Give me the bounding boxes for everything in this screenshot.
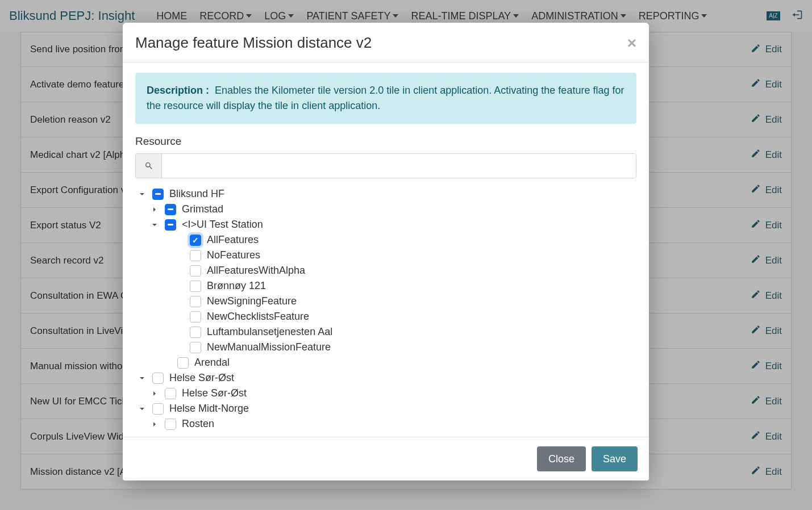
- checkbox[interactable]: [190, 281, 201, 292]
- tree-node-newsign[interactable]: NewSigningFeature: [175, 294, 636, 309]
- tree-node-label: NewManualMissionFeature: [207, 341, 331, 353]
- tree-node-label: Arendal: [194, 357, 230, 369]
- tree-node-label: AllFeaturesWithAlpha: [207, 265, 305, 277]
- modal-header: Manage feature Mission distance v2 ×: [123, 23, 649, 62]
- checkbox[interactable]: [165, 388, 176, 399]
- tree-node-rosten[interactable]: Rosten: [150, 416, 636, 432]
- tree-node-hso2[interactable]: Helse Sør-Øst: [150, 386, 636, 401]
- resource-search: [135, 153, 636, 178]
- tree-node-allfeat[interactable]: AllFeatures: [175, 232, 636, 248]
- chevron-right-icon[interactable]: [150, 205, 159, 214]
- checkbox[interactable]: [190, 296, 201, 307]
- chevron-down-icon[interactable]: [138, 404, 147, 413]
- search-input[interactable]: [162, 154, 636, 178]
- tree-node-bronnoy[interactable]: Brønnøy 121: [175, 278, 636, 294]
- checkbox[interactable]: [190, 311, 201, 323]
- tree-node-hmn[interactable]: Helse Midt-Norge: [138, 401, 636, 416]
- chevron-down-icon[interactable]: [138, 190, 147, 199]
- tree-node-label: NewSigningFeature: [207, 295, 297, 307]
- checkbox[interactable]: [190, 235, 201, 246]
- tree-node-label: Grimstad: [182, 203, 223, 215]
- save-button[interactable]: Save: [592, 446, 638, 471]
- chevron-right-icon[interactable]: [150, 420, 159, 429]
- modal-title: Manage feature Mission distance v2: [135, 34, 372, 52]
- checkbox[interactable]: [165, 419, 176, 430]
- resource-tree: Bliksund HFGrimstad<I>UI Test StationAll…: [135, 186, 636, 432]
- search-icon: [136, 154, 162, 178]
- checkbox[interactable]: [190, 250, 201, 261]
- tree-node-grimstad[interactable]: Grimstad: [150, 202, 636, 217]
- checkbox[interactable]: [152, 189, 164, 200]
- checkbox[interactable]: [152, 373, 164, 384]
- tree-node-newmanual[interactable]: NewManualMissionFeature: [175, 340, 636, 355]
- checkbox[interactable]: [190, 342, 201, 353]
- modal-body: Description : Enables the Kilometer tile…: [123, 62, 649, 437]
- tree-node-label: NoFeatures: [207, 249, 260, 261]
- tree-node-label: Luftambulansetjenesten Aal: [207, 326, 332, 338]
- description-label: Description :: [147, 85, 209, 96]
- tree-node-allalpha[interactable]: AllFeaturesWithAlpha: [175, 263, 636, 278]
- chevron-down-icon[interactable]: [150, 220, 159, 229]
- tree-node-label: NewChecklistsFeature: [207, 311, 309, 323]
- close-icon[interactable]: ×: [627, 35, 636, 51]
- tree-node-label: Helse Midt-Norge: [169, 403, 249, 415]
- tree-node-hso[interactable]: Helse Sør-Øst: [138, 370, 636, 386]
- checkbox[interactable]: [165, 219, 176, 231]
- checkbox[interactable]: [190, 327, 201, 338]
- tree-node-label: Rosten: [182, 418, 214, 430]
- tree-node-nofeat[interactable]: NoFeatures: [175, 248, 636, 263]
- checkbox[interactable]: [152, 403, 164, 415]
- description-text: Enables the Kilometer tile version 2.0 t…: [147, 85, 624, 111]
- tree-node-luft[interactable]: Luftambulansetjenesten Aal: [175, 324, 636, 340]
- description-alert: Description : Enables the Kilometer tile…: [135, 73, 636, 124]
- tree-node-newcheck[interactable]: NewChecklistsFeature: [175, 309, 636, 324]
- chevron-down-icon[interactable]: [138, 374, 147, 383]
- tree-node-label: Helse Sør-Øst: [182, 387, 247, 399]
- tree-node-label: AllFeatures: [207, 234, 259, 246]
- tree-node-label: Brønnøy 121: [207, 280, 266, 292]
- checkbox[interactable]: [190, 265, 201, 277]
- tree-node-label: <I>UI Test Station: [182, 219, 263, 231]
- tree-node-label: Bliksund HF: [169, 188, 224, 200]
- modal-footer: Close Save: [123, 437, 649, 480]
- tree-node-label: Helse Sør-Øst: [169, 372, 234, 384]
- tree-node-uitest[interactable]: <I>UI Test Station: [150, 217, 636, 232]
- checkbox[interactable]: [177, 357, 189, 369]
- tree-node-bliksund[interactable]: Bliksund HF: [138, 186, 636, 202]
- manage-feature-modal: Manage feature Mission distance v2 × Des…: [123, 23, 649, 480]
- close-button[interactable]: Close: [537, 446, 586, 471]
- tree-node-arendal[interactable]: Arendal: [163, 355, 636, 370]
- checkbox[interactable]: [165, 204, 176, 215]
- chevron-right-icon[interactable]: [150, 389, 159, 398]
- resource-label: Resource: [135, 135, 636, 148]
